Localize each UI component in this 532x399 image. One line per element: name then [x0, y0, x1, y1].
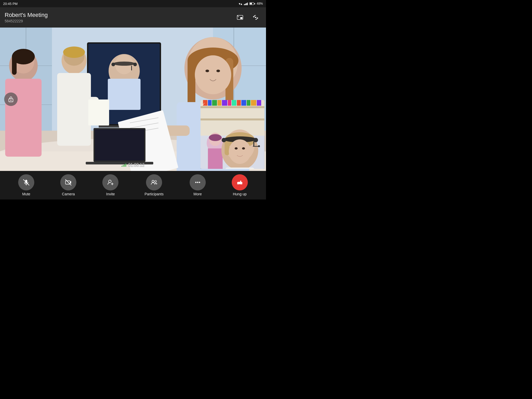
camera-icon-circle: [60, 174, 76, 190]
svg-rect-63: [212, 100, 217, 106]
status-icons: ▾▴ 48%: [239, 2, 263, 6]
lock-button[interactable]: [4, 92, 18, 106]
more-label: More: [194, 192, 202, 196]
timer-value: 01:00:12: [128, 163, 144, 167]
svg-rect-65: [222, 100, 227, 106]
battery-percentage: 48%: [257, 2, 263, 5]
pip-button[interactable]: [234, 12, 246, 23]
battery-icon: [249, 2, 255, 5]
svg-rect-21: [108, 79, 141, 110]
participants-label: Participants: [144, 192, 163, 196]
svg-rect-25: [131, 66, 132, 70]
mute-button[interactable]: Mute: [18, 174, 34, 196]
camera-flip-button[interactable]: [250, 12, 261, 23]
svg-rect-68: [237, 100, 241, 106]
svg-point-55: [10, 100, 11, 101]
svg-rect-34: [57, 73, 91, 146]
svg-rect-29: [12, 54, 17, 75]
wifi-icon: ▾▴: [239, 2, 242, 6]
svg-rect-64: [217, 100, 221, 106]
svg-rect-70: [247, 100, 250, 106]
svg-point-105: [195, 182, 196, 183]
more-icon-circle: [190, 174, 206, 190]
svg-rect-59: [201, 106, 264, 108]
svg-rect-36: [88, 99, 109, 125]
svg-rect-52: [95, 129, 144, 161]
svg-line-2: [237, 15, 239, 17]
svg-rect-88: [253, 141, 254, 147]
svg-point-3: [255, 17, 256, 18]
svg-point-86: [222, 138, 226, 142]
invite-button[interactable]: Invite: [102, 174, 118, 196]
meeting-id: 584522229: [5, 19, 48, 23]
invite-icon-circle: [102, 174, 118, 190]
svg-rect-60: [201, 118, 264, 121]
svg-point-43: [205, 70, 209, 72]
svg-rect-30: [5, 79, 42, 157]
svg-point-99: [109, 180, 111, 183]
svg-rect-1: [240, 17, 242, 19]
status-time: 20:45 PM: [3, 2, 18, 6]
status-bar: 20:45 PM ▾▴ 48%: [0, 0, 266, 7]
camera-label: Camera: [62, 192, 75, 196]
svg-rect-66: [228, 100, 231, 106]
hangup-label: Hung up: [233, 192, 247, 196]
svg-point-22: [113, 62, 135, 66]
svg-point-91: [229, 139, 251, 164]
svg-point-75: [209, 134, 222, 141]
signal-quality-icon: [122, 163, 126, 167]
svg-rect-76: [208, 148, 223, 169]
video-area: 01:00:12 ↙: [0, 28, 266, 171]
mute-icon-circle: [18, 174, 34, 190]
cell-signal-icon: [244, 2, 248, 5]
svg-point-24: [133, 63, 137, 66]
participants-button[interactable]: Participants: [144, 174, 163, 196]
more-button[interactable]: More: [190, 174, 206, 196]
hangup-button[interactable]: Hung up: [232, 174, 248, 196]
header-actions: [234, 12, 261, 23]
svg-rect-72: [257, 100, 261, 106]
participants-icon-circle: [146, 174, 162, 190]
svg-rect-62: [208, 100, 212, 106]
invite-label: Invite: [106, 192, 115, 196]
svg-point-92: [235, 147, 238, 150]
meeting-header: Robert's Meeting 584522229: [0, 7, 266, 28]
toolbar: Mute Camera Invite: [0, 171, 266, 200]
svg-point-102: [152, 180, 154, 182]
svg-point-107: [199, 182, 200, 183]
svg-point-106: [197, 182, 198, 183]
svg-rect-69: [241, 100, 246, 106]
svg-rect-71: [251, 100, 256, 106]
svg-point-23: [111, 63, 115, 66]
mute-label: Mute: [22, 192, 30, 196]
svg-rect-94: [225, 168, 255, 169]
svg-point-93: [242, 147, 245, 150]
svg-point-103: [155, 181, 157, 182]
svg-rect-67: [232, 100, 236, 106]
self-view-video: [201, 100, 264, 169]
svg-point-33: [63, 46, 85, 58]
meeting-title: Robert's Meeting: [5, 12, 48, 18]
camera-button[interactable]: Camera: [60, 174, 76, 196]
pip-minimize-icon: ↙: [202, 102, 205, 106]
svg-point-44: [216, 70, 220, 72]
call-timer: 01:00:12: [122, 163, 144, 167]
hangup-icon-circle: [232, 174, 248, 190]
self-view-pip[interactable]: ↙: [201, 100, 264, 169]
svg-point-90: [258, 145, 260, 147]
meeting-info: Robert's Meeting 584522229: [5, 12, 48, 23]
main-video: 01:00:12 ↙: [0, 28, 266, 171]
svg-point-42: [195, 55, 231, 94]
